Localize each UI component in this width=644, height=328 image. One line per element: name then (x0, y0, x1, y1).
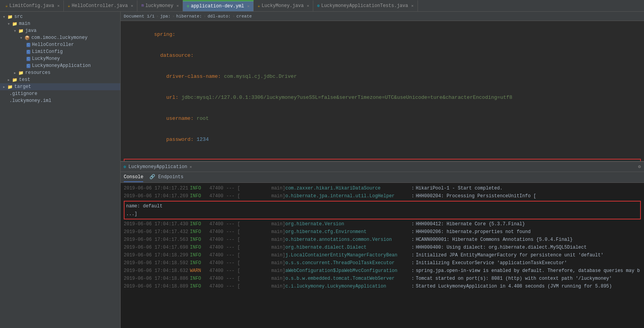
tab-close-button[interactable]: ✕ (411, 4, 414, 8)
breadcrumb: Document 1/1 › jpa: › hibernate: › ddl-a… (121, 12, 644, 21)
log-logger-entity-manager: j.LocalContainerEntityManagerFactoryBean (285, 252, 410, 259)
settings-icon[interactable]: ⚙ (638, 164, 641, 170)
log-logger: org.hibernate.Version (285, 221, 410, 228)
sidebar-item-label: LimitConfig (32, 49, 63, 54)
tab-close-button[interactable]: ✕ (57, 4, 60, 8)
endpoints-icon: 🔗 (149, 174, 155, 180)
java-icon: ☕ (68, 4, 70, 8)
log-highlight-name: name: default (126, 202, 639, 210)
folder-icon: 📁 (12, 77, 18, 82)
folder-icon: 📁 (18, 70, 24, 75)
log-message: spring.jpa.open-in-view is enabled by de… (416, 267, 640, 274)
tab-application-dev[interactable]: ⚙ application-dev.yml ✕ (183, 0, 254, 11)
tree-arrow-icon: ▼ (3, 15, 5, 19)
tab-close-button[interactable]: ✕ (247, 4, 249, 9)
log-message: Initialized JPA EntityManagerFactory for… (416, 252, 603, 259)
tab-close-button[interactable]: ✕ (176, 4, 179, 8)
tab-label: luckymoney (145, 3, 173, 9)
log-level: INFO (190, 221, 209, 228)
folder-icon: 📁 (7, 84, 13, 89)
tab-limit-config[interactable]: ☕ LimitConfig.java ✕ (2, 0, 64, 11)
tab-hello-controller[interactable]: ☕ HelloController.java ✕ (64, 0, 137, 11)
log-line: 2019-06-06 17:04:17.563 INFO 47400 --- [… (121, 236, 644, 244)
log-message: HHH000400: Using dialect: org.hibernate.… (416, 244, 586, 251)
log-colon: : (411, 267, 414, 274)
log-pid: 47400 --- [ (209, 193, 240, 200)
tab-console[interactable]: Console (124, 173, 143, 182)
log-pid: 47400 --- [ (209, 260, 240, 267)
tab-close-button[interactable]: ✕ (307, 4, 309, 8)
log-highlight-dots: ...] (126, 210, 639, 218)
editor-line-blank (121, 150, 644, 157)
sidebar-item-resources[interactable]: ▶ 📁 resources (0, 69, 120, 76)
sidebar-item-label: src (14, 14, 23, 19)
sidebar-item-test[interactable]: ▶ 📁 test (0, 76, 120, 83)
console-toolbar: Console 🔗 Endpoints (121, 172, 644, 183)
sidebar-item-label: java (25, 28, 37, 33)
sidebar-item-limit-config[interactable]: C LimitConfig (0, 48, 120, 55)
editor-line: username: root (121, 108, 644, 129)
line-content: driver-class-name: com.mysql.cj.jdbc.Dri… (124, 66, 297, 87)
line-content: spring: (124, 24, 175, 45)
log-message: HHH000204: Processing PersistenceUnitInf… (416, 193, 536, 200)
sidebar-item-label: test (19, 77, 30, 82)
sidebar-item-package[interactable]: ▼ 📦 com.imooc.luckymoney (0, 34, 120, 41)
app-icon: ⚙ (124, 165, 126, 169)
tab-endpoints[interactable]: 🔗 Endpoints (149, 172, 183, 182)
luckymoney-icon: ⚙ (317, 4, 319, 8)
log-line: 2019-06-06 17:04:18.632 WARN 47400 --- [… (121, 267, 644, 275)
folder-icon: 📁 (7, 14, 13, 19)
tab-close-button[interactable]: ✕ (131, 4, 133, 8)
tree-arrow-icon: ▶ (14, 71, 16, 75)
log-level: WARN (190, 267, 209, 274)
sidebar-item-hello-controller[interactable]: C HelloController (0, 41, 120, 48)
sidebar-item-luckymoney-app[interactable]: C LuckymoneyApplication (0, 62, 120, 69)
app-bar: ⚙ LuckymoneyApplication ✕ ⚙ (121, 162, 644, 172)
log-colon: : (411, 260, 414, 267)
log-bracket: main] (240, 228, 285, 235)
log-logger: o.hibernate.jpa.internal.util.LogHelper (285, 193, 410, 200)
log-line: 2019-06-06 17:04:18.889 INFO 47400 --- [… (121, 282, 644, 290)
breadcrumb-ddlauto: ddl-auto: (207, 14, 230, 19)
java-icon: ☕ (5, 4, 8, 8)
line-content: password: 1234 (124, 129, 209, 150)
package-icon: 📦 (25, 35, 30, 40)
sidebar-item-label: target (14, 84, 31, 89)
sidebar-item-src[interactable]: ▼ 📁 src (0, 13, 120, 20)
log-pid: 47400 --- [ (209, 244, 240, 251)
class-icon: C (26, 64, 30, 68)
log-logger: org.hibernate.cfg.Environment (285, 228, 410, 235)
sidebar-item-label: LuckyMoney (32, 56, 60, 61)
sidebar-item-target[interactable]: ▶ 📁 target (0, 83, 120, 90)
log-timestamp: 2019-06-06 17:04:17.269 (124, 193, 190, 200)
log-line: 2019-06-06 17:04:17.221 INFO 47400 --- [… (121, 184, 644, 192)
console-log[interactable]: 2019-06-06 17:04:17.221 INFO 47400 --- [… (121, 183, 644, 328)
log-bracket: main] (240, 283, 285, 290)
sidebar-item-java[interactable]: ▼ 📁 java (0, 27, 120, 34)
log-colon: : (411, 283, 414, 290)
log-message: Initializing ExecutorService 'applicatio… (416, 260, 567, 267)
sidebar-item-iml[interactable]: .luckymoney.iml (0, 97, 120, 104)
log-line: 2019-06-06 17:04:17.432 INFO 47400 --- [… (121, 228, 644, 236)
app-close-button[interactable]: ✕ (190, 165, 192, 169)
tab-luckymoney-tests[interactable]: ⚙ LuckymoneyApplicationTests.java ✕ (313, 0, 418, 11)
log-timestamp: 2019-06-06 17:04:18.592 (124, 260, 190, 267)
log-timestamp: 2019-06-06 17:04:18.632 (124, 267, 190, 274)
tab-label: LimitConfig.java (9, 3, 54, 9)
log-pid: 47400 --- [ (209, 221, 240, 228)
line-content: username: root (124, 108, 209, 129)
log-level: INFO (190, 228, 209, 235)
tab-label: LuckyMoney.java (261, 3, 304, 9)
sidebar-item-gitignore[interactable]: .gitignore (0, 90, 120, 97)
sidebar-item-label: com.imooc.luckymoney (32, 35, 88, 40)
sidebar-item-main[interactable]: ▼ 📁 main (0, 20, 120, 27)
tab-luckymoney[interactable]: m luckymoney ✕ (137, 0, 183, 11)
tree-arrow-icon: ▼ (20, 36, 22, 40)
sidebar-item-lucky-money[interactable]: C LuckyMoney (0, 55, 120, 62)
tab-lucky-money[interactable]: ☕ LuckyMoney.java ✕ (254, 0, 313, 11)
log-bracket: main] (240, 275, 285, 282)
log-bracket: main] (240, 221, 285, 228)
log-line: 2019-06-06 17:04:17.698 INFO 47400 --- [… (121, 244, 644, 251)
editor[interactable]: spring: datasource: driver-class-name: c… (121, 21, 644, 161)
log-message: HCANN000001: Hibernate Commons Annotatio… (416, 236, 572, 243)
